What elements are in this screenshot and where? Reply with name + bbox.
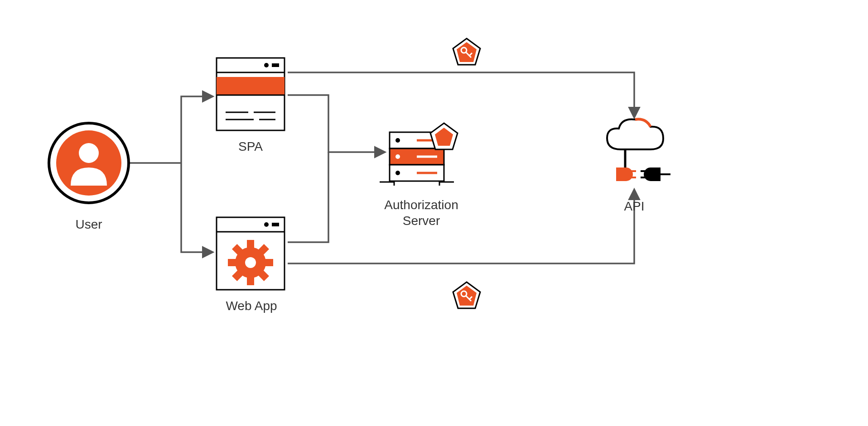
cloud-icon: [607, 119, 663, 149]
edge-spa-to-auth-upper: [288, 95, 383, 152]
svg-point-17: [395, 171, 400, 175]
auth-server-label: Authorization Server: [371, 197, 471, 229]
spa-label: SPA: [217, 139, 285, 154]
user-node: [49, 123, 129, 203]
user-head-icon: [79, 143, 99, 163]
edge-spa-to-api: [288, 72, 634, 117]
spa-node: [217, 58, 285, 130]
spa-hero-band: [217, 77, 285, 95]
edge-user-to-webapp: [181, 163, 212, 252]
edge-user-to-spa: [181, 96, 212, 163]
token-bottom-icon: [453, 282, 480, 308]
webapp-window-bar: [272, 223, 279, 226]
webapp-node: [217, 217, 285, 295]
svg-point-11: [395, 138, 400, 143]
edge-webapp-to-auth-lower: [288, 152, 328, 242]
svg-rect-1: [247, 240, 254, 249]
user-label: User: [59, 217, 119, 232]
svg-point-9: [245, 257, 256, 268]
auth-server-node: [380, 123, 458, 186]
api-label: API: [616, 199, 652, 214]
auth-pentagon-icon: [430, 123, 458, 149]
spa-window-bar: [272, 63, 279, 67]
svg-rect-2: [247, 276, 254, 285]
edges: [130, 72, 634, 263]
api-node: [607, 119, 670, 181]
webapp-label: Web App: [213, 299, 290, 313]
token-top-icon: [453, 38, 480, 65]
plug-left-icon: [616, 168, 636, 181]
svg-rect-3: [228, 259, 237, 266]
plug-right-icon: [641, 168, 670, 181]
spa-window-dot: [264, 63, 269, 67]
svg-rect-4: [264, 259, 273, 266]
webapp-window-dot: [264, 222, 269, 227]
svg-point-14: [395, 154, 400, 159]
architecture-diagram: User SPA Web App Authorization Server AP…: [0, 0, 868, 426]
